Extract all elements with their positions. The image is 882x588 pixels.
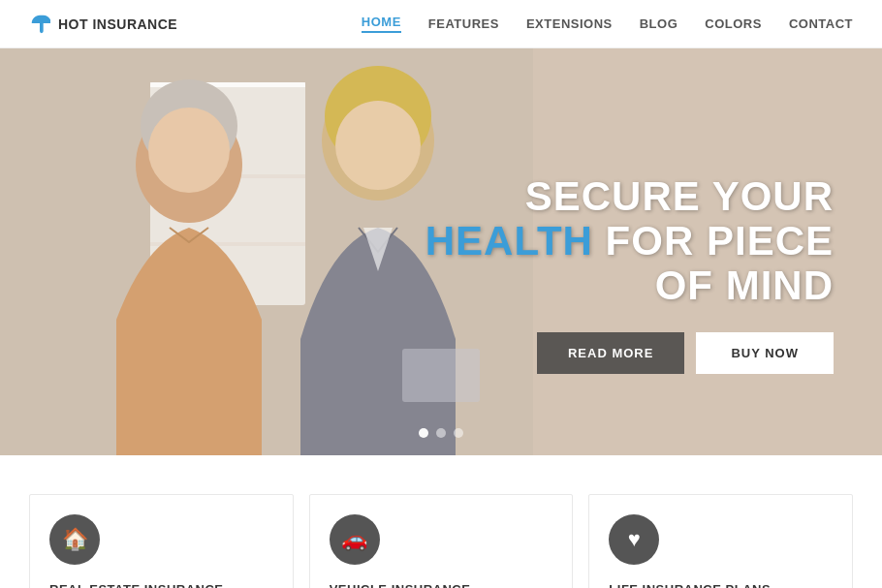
hero-highlight-word: HEALTH bbox=[425, 218, 593, 263]
card-icon-wrap-3: ♥ bbox=[609, 514, 659, 565]
umbrella-icon bbox=[29, 14, 50, 35]
hero-text-content: SECURE YOUR HEALTH FOR PIECE OF MIND REA… bbox=[425, 174, 834, 374]
nav-colors[interactable]: COLORS bbox=[705, 16, 762, 31]
read-more-button[interactable]: READ MORE bbox=[537, 332, 684, 374]
nav-home[interactable]: HOME bbox=[362, 15, 401, 33]
site-header: HOT INSURANCE HOME FEATURES EXTENSIONS B… bbox=[0, 0, 882, 48]
card-icon-wrap-2: 🚗 bbox=[330, 514, 380, 565]
hero-section: SECURE YOUR HEALTH FOR PIECE OF MIND REA… bbox=[0, 48, 882, 455]
card-vehicle: 🚗 VEHICLE INSURANCE Accusantium at omnis… bbox=[309, 494, 574, 588]
svg-point-12 bbox=[148, 108, 230, 193]
card-icon-wrap-1: 🏠 bbox=[49, 514, 100, 565]
features-section: 🏠 REAL ESTATE INSURANCE Lorem ipsum dolo… bbox=[0, 455, 882, 588]
logo[interactable]: HOT INSURANCE bbox=[29, 14, 177, 35]
car-icon: 🚗 bbox=[341, 527, 367, 552]
nav-contact[interactable]: CONTACT bbox=[789, 16, 853, 31]
hero-buttons: READ MORE BUY NOW bbox=[425, 332, 834, 374]
logo-text: HOT INSURANCE bbox=[58, 16, 177, 32]
heart-icon: ♥ bbox=[628, 527, 641, 552]
svg-point-15 bbox=[335, 101, 421, 190]
home-icon: 🏠 bbox=[62, 527, 88, 552]
nav-features[interactable]: FEATURES bbox=[428, 16, 499, 31]
card-title-2: VEHICLE INSURANCE bbox=[330, 582, 544, 588]
dot-1[interactable] bbox=[419, 428, 428, 438]
buy-now-button[interactable]: BUY NOW bbox=[696, 332, 834, 374]
nav-extensions[interactable]: EXTENSIONS bbox=[526, 16, 613, 31]
dot-3[interactable] bbox=[454, 428, 463, 438]
card-title-1: REAL ESTATE INSURANCE bbox=[49, 582, 264, 588]
card-life: ♥ LIFE INSURANCE PLANS Ipsum ullam bland… bbox=[588, 494, 853, 588]
hero-title-line2: HEALTH FOR PIECE bbox=[425, 219, 834, 263]
dot-2[interactable] bbox=[436, 428, 446, 438]
hero-slider-dots bbox=[419, 428, 463, 438]
main-nav: HOME FEATURES EXTENSIONS BLOG COLORS CON… bbox=[362, 15, 853, 33]
card-real-estate: 🏠 REAL ESTATE INSURANCE Lorem ipsum dolo… bbox=[29, 494, 294, 588]
hero-title-line3: OF MIND bbox=[425, 263, 834, 308]
nav-blog[interactable]: BLOG bbox=[640, 16, 678, 31]
card-title-3: LIFE INSURANCE PLANS bbox=[609, 582, 823, 588]
hero-title-line1: SECURE YOUR bbox=[425, 174, 834, 219]
